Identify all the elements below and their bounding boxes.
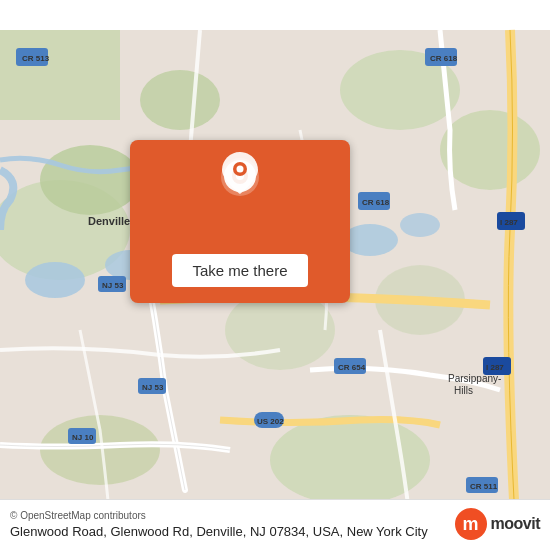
svg-text:NJ 53: NJ 53 xyxy=(142,383,164,392)
svg-text:CR 654: CR 654 xyxy=(338,363,366,372)
svg-text:NJ 53: NJ 53 xyxy=(102,281,124,290)
svg-text:Parsippany-: Parsippany- xyxy=(448,373,501,384)
pin-icon xyxy=(222,152,258,194)
svg-point-6 xyxy=(440,110,540,190)
moovit-brand-name: moovit xyxy=(491,515,540,533)
svg-text:CR 618: CR 618 xyxy=(362,198,390,207)
svg-point-4 xyxy=(140,70,220,130)
svg-text:US 202: US 202 xyxy=(257,417,284,426)
map-callout: Take me there xyxy=(130,140,350,303)
copyright-text: © OpenStreetMap contributors xyxy=(10,510,428,521)
svg-text:NJ 10: NJ 10 xyxy=(72,433,94,442)
svg-point-11 xyxy=(25,262,85,298)
svg-point-2 xyxy=(40,145,140,215)
svg-text:I 287: I 287 xyxy=(486,363,504,372)
svg-text:Denville: Denville xyxy=(88,215,130,227)
svg-text:CR 511: CR 511 xyxy=(470,482,498,491)
svg-point-14 xyxy=(400,213,440,237)
take-me-there-button[interactable]: Take me there xyxy=(172,254,307,287)
svg-text:I 287: I 287 xyxy=(500,218,518,227)
svg-text:CR 618: CR 618 xyxy=(430,54,458,63)
svg-rect-3 xyxy=(0,30,120,120)
svg-point-13 xyxy=(342,224,398,256)
address-text: Glenwood Road, Glenwood Rd, Denville, NJ… xyxy=(10,524,428,539)
svg-point-47 xyxy=(237,166,244,173)
map-container: CR 513 CR 618 CR 618 I 287 I 287 NJ 53 N… xyxy=(0,0,550,550)
bottom-info: © OpenStreetMap contributors Glenwood Ro… xyxy=(10,510,428,539)
moovit-icon: m xyxy=(455,508,487,540)
svg-text:CR 513: CR 513 xyxy=(22,54,50,63)
moovit-logo: m moovit xyxy=(455,508,540,540)
svg-text:Hills: Hills xyxy=(454,385,473,396)
bottom-bar: © OpenStreetMap contributors Glenwood Ro… xyxy=(0,499,550,550)
